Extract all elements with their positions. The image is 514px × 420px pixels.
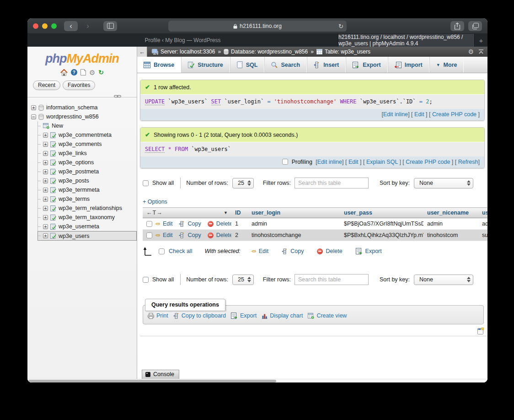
- row-delete-link[interactable]: Delete: [216, 232, 231, 238]
- profiling-checkbox[interactable]: [282, 159, 288, 165]
- show-all-checkbox[interactable]: [143, 277, 149, 283]
- copy-to-clipboard-link[interactable]: Copy to clipboard: [182, 312, 226, 319]
- address-bar[interactable]: h216111.tino.org ↻: [168, 21, 347, 32]
- expand-icon[interactable]: +: [43, 142, 48, 147]
- expand-icon[interactable]: +: [31, 105, 36, 110]
- minimize-window-button[interactable]: [42, 23, 48, 29]
- browser-tab-wordpress[interactable]: Profile ‹ My Blog — WordPress: [27, 34, 338, 47]
- tree-db-information-schema[interactable]: + information_schema: [31, 103, 137, 112]
- create-php-code-link[interactable]: Create PHP code: [432, 111, 477, 118]
- tree-table-wp3e-term-relationships[interactable]: + wp3e_term_relationships: [38, 204, 137, 213]
- tree-table-wp3e-options[interactable]: + wp3e_options: [38, 158, 137, 167]
- sort-by-key-select[interactable]: None: [414, 275, 473, 285]
- row-delete-link[interactable]: Delete: [216, 221, 231, 227]
- scrollbar-thumb[interactable]: [28, 380, 276, 382]
- tab-structure[interactable]: Structure: [181, 57, 230, 73]
- refresh-link[interactable]: Refresh: [458, 159, 478, 165]
- bulk-export-button[interactable]: Export: [356, 248, 382, 254]
- row-checkbox[interactable]: [146, 221, 152, 227]
- collapse-top-icon[interactable]: [478, 49, 484, 54]
- reload-button[interactable]: ↻: [338, 23, 343, 30]
- tab-overview-button[interactable]: [468, 21, 482, 31]
- sort-descending-icon[interactable]: ▼: [224, 210, 228, 215]
- export-link[interactable]: Export: [240, 312, 257, 319]
- expand-icon[interactable]: +: [43, 133, 48, 138]
- expand-icon[interactable]: +: [43, 206, 48, 211]
- column-header-user-nicename[interactable]: user_nicename: [423, 208, 478, 218]
- tab-export[interactable]: Export: [346, 57, 388, 73]
- link-chain-icon[interactable]: [114, 93, 121, 99]
- expand-icon[interactable]: +: [43, 188, 48, 193]
- tree-table-wp3e-usermeta[interactable]: + wp3e_usermeta: [38, 222, 137, 231]
- tree-db-wordpresstino[interactable]: − wordpresstino_w856: [31, 112, 137, 121]
- bulk-copy-button[interactable]: Copy: [282, 248, 304, 254]
- home-icon[interactable]: [60, 69, 68, 76]
- collapse-icon[interactable]: −: [31, 114, 36, 119]
- refresh-icon[interactable]: ↻: [98, 69, 104, 75]
- settings-gear-icon[interactable]: ⚙: [89, 69, 95, 76]
- tree-table-wp3e-terms[interactable]: + wp3e_terms: [38, 194, 137, 204]
- close-window-button[interactable]: [33, 23, 38, 29]
- expand-icon[interactable]: +: [43, 233, 48, 238]
- column-header-user-pass[interactable]: user_pass: [340, 208, 423, 218]
- tree-table-wp3e-term-taxonomy[interactable]: + wp3e_term_taxonomy: [38, 213, 137, 222]
- column-header-id[interactable]: ID: [231, 208, 248, 218]
- tree-table-wp3e-users-selected[interactable]: + wp3e_users: [37, 231, 137, 241]
- help-icon[interactable]: ?: [71, 69, 77, 75]
- tab-more[interactable]: ▼ More: [429, 57, 464, 73]
- sort-by-key-select[interactable]: None: [414, 178, 473, 188]
- tree-new-table[interactable]: New: [38, 121, 137, 130]
- tab-insert[interactable]: Insert: [307, 57, 346, 73]
- recent-tab[interactable]: Recent: [33, 81, 60, 90]
- documentation-icon[interactable]: [80, 69, 86, 75]
- tree-table-wp3e-comments[interactable]: + wp3e_comments: [38, 140, 137, 149]
- row-checkbox[interactable]: [146, 232, 152, 238]
- tab-import[interactable]: Import: [388, 57, 429, 73]
- new-tab-button[interactable]: +: [475, 34, 487, 47]
- column-header-user-email[interactable]: user_email: [478, 208, 487, 218]
- forward-button[interactable]: ›: [81, 21, 95, 31]
- zoom-window-button[interactable]: [51, 23, 57, 29]
- console-toggle[interactable]: Console: [142, 370, 179, 379]
- share-button[interactable]: [450, 21, 464, 31]
- sql-keyword[interactable]: SELECT: [145, 146, 165, 153]
- sidebar-toggle-button[interactable]: [103, 21, 117, 31]
- move-right-icon[interactable]: →: [156, 210, 162, 216]
- browser-tab-phpmyadmin[interactable]: h216111.tino.org / localhost / wordpress…: [338, 34, 475, 47]
- tree-table-wp3e-links[interactable]: + wp3e_links: [38, 149, 137, 158]
- bulk-delete-button[interactable]: Delete: [317, 248, 342, 254]
- create-view-link[interactable]: Create view: [316, 312, 347, 319]
- number-of-rows-select[interactable]: 25: [232, 275, 254, 285]
- tab-browse[interactable]: Browse: [137, 57, 181, 73]
- filter-rows-input[interactable]: [294, 274, 369, 285]
- check-all-label[interactable]: Check all: [169, 248, 192, 254]
- options-toggle-link[interactable]: + Options: [143, 199, 167, 205]
- row-copy-link[interactable]: Copy: [187, 221, 201, 227]
- print-link[interactable]: Print: [156, 312, 168, 319]
- tree-table-wp3e-posts[interactable]: + wp3e_posts: [38, 176, 137, 185]
- favorites-tab[interactable]: Favorites: [63, 81, 95, 90]
- edit-inline-link[interactable]: Edit inline: [317, 159, 342, 165]
- page-settings-gear-icon[interactable]: ⚙: [468, 48, 474, 55]
- expand-icon[interactable]: +: [43, 160, 48, 165]
- edit-link[interactable]: Edit: [414, 111, 424, 118]
- expand-icon[interactable]: +: [43, 197, 48, 202]
- expand-icon[interactable]: +: [43, 169, 48, 174]
- nav-panel-collapse-button[interactable]: ←: [137, 47, 147, 57]
- row-copy-link[interactable]: Copy: [187, 232, 201, 238]
- expand-icon[interactable]: +: [43, 224, 48, 229]
- tab-search[interactable]: Search: [264, 57, 307, 73]
- row-edit-link[interactable]: Edit: [163, 221, 173, 227]
- explain-sql-link[interactable]: Explain SQL: [366, 159, 398, 165]
- filter-rows-input[interactable]: [294, 178, 369, 188]
- sql-keyword[interactable]: SET: [211, 98, 221, 105]
- expand-icon[interactable]: +: [43, 178, 48, 183]
- move-left-icon[interactable]: ←: [146, 210, 152, 216]
- phpmyadmin-logo[interactable]: phpMyAdmin: [27, 52, 137, 66]
- breadcrumb-server[interactable]: Server: localhost:3306: [152, 48, 215, 55]
- bulk-edit-button[interactable]: ✏Edit: [251, 248, 268, 255]
- edit-link[interactable]: Edit: [348, 159, 359, 165]
- show-all-checkbox[interactable]: [143, 180, 149, 186]
- breadcrumb-table[interactable]: Table: wp3e_users: [316, 48, 370, 55]
- expand-icon[interactable]: +: [43, 151, 48, 156]
